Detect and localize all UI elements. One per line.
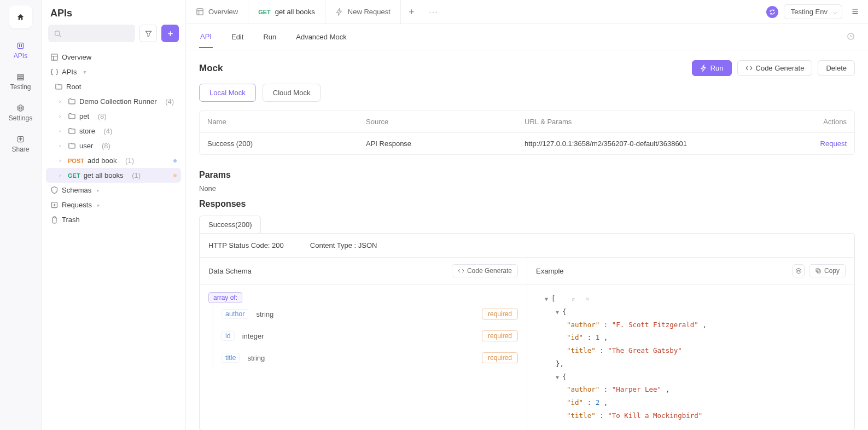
sidebar: APIs Overview APIs ▼ R bbox=[42, 0, 186, 430]
env-selector[interactable]: Testing Env bbox=[784, 4, 842, 19]
mock-request-link[interactable]: Request bbox=[820, 140, 847, 148]
th-name: Name bbox=[207, 118, 366, 126]
th-url: URL & Params bbox=[525, 118, 803, 126]
svg-rect-9 bbox=[51, 54, 57, 60]
overview-icon bbox=[196, 8, 204, 16]
menu-button[interactable] bbox=[848, 5, 863, 19]
plus-icon bbox=[407, 8, 416, 16]
collapse-icon[interactable]: ▼ bbox=[556, 307, 562, 317]
chevron-right-icon: ▸ bbox=[97, 188, 100, 193]
sidebar-schemas[interactable]: Schemas ▸ bbox=[46, 183, 181, 197]
sidebar-root-folder[interactable]: Root bbox=[46, 79, 181, 94]
svg-rect-0 bbox=[18, 43, 24, 49]
sidebar-trash[interactable]: Trash bbox=[46, 212, 181, 227]
chevron-down-icon: ▼ bbox=[82, 69, 87, 75]
sidebar-overview[interactable]: Overview bbox=[46, 50, 181, 65]
apis-icon bbox=[16, 42, 25, 50]
folder-icon bbox=[68, 142, 76, 150]
example-title: Example bbox=[536, 267, 564, 275]
chevron-right-icon: › bbox=[59, 128, 65, 134]
chevron-right-icon: › bbox=[59, 172, 65, 178]
sidebar-folder-pet[interactable]: › pet (8) bbox=[46, 109, 181, 124]
share-icon bbox=[16, 135, 25, 143]
chevron-right-icon: › bbox=[59, 113, 65, 119]
hamburger-icon bbox=[851, 7, 859, 15]
settings-icon bbox=[16, 104, 25, 112]
sidebar-endpoint-getbooks[interactable]: › GET get all books (1) bbox=[46, 168, 181, 183]
svg-rect-4 bbox=[18, 77, 24, 78]
add-button[interactable] bbox=[161, 25, 179, 42]
filter-button[interactable] bbox=[139, 25, 157, 42]
codegen-button[interactable]: Code Generate bbox=[737, 60, 813, 76]
sidebar-endpoint-addbook[interactable]: › POST add book (1) bbox=[46, 153, 181, 168]
rail-item-apis[interactable]: APIs bbox=[14, 42, 27, 60]
th-source: Source bbox=[366, 118, 525, 126]
env-refresh-button[interactable] bbox=[766, 6, 778, 18]
copy-button[interactable]: Copy bbox=[809, 264, 846, 277]
sidebar-requests[interactable]: Requests ▸ bbox=[46, 197, 181, 212]
mock-local-tab[interactable]: Local Mock bbox=[199, 84, 256, 102]
tab-get-all-books[interactable]: GET get all books bbox=[248, 0, 325, 24]
tab-overview[interactable]: Overview bbox=[186, 0, 248, 24]
example-mode-button[interactable] bbox=[793, 264, 805, 277]
rail-item-testing[interactable]: Testing bbox=[10, 73, 31, 91]
http-status: HTTP Status Code: 200 bbox=[208, 241, 284, 249]
mock-table-row: Success (200) API Response http://127.0.… bbox=[200, 133, 854, 154]
svg-rect-15 bbox=[816, 269, 819, 272]
filter-icon bbox=[144, 30, 153, 38]
tab-add-button[interactable] bbox=[401, 0, 423, 24]
folder-icon bbox=[68, 112, 76, 120]
schema-title: Data Schema bbox=[208, 267, 252, 275]
sidebar-folder-user[interactable]: › user (8) bbox=[46, 138, 181, 153]
trash-icon bbox=[50, 216, 59, 224]
array-of-badge: array of: bbox=[208, 292, 242, 303]
expand-control-icon[interactable]: ⇵ ⤫ bbox=[572, 296, 590, 302]
rail-item-settings[interactable]: Settings bbox=[9, 104, 32, 122]
tab-new-request[interactable]: New Request bbox=[325, 0, 401, 24]
requests-icon bbox=[50, 201, 59, 209]
clock-icon bbox=[847, 32, 855, 40]
th-actions: Actions bbox=[803, 118, 847, 126]
subtab-edit[interactable]: Edit bbox=[230, 26, 244, 48]
mock-table: Name Source URL & Params Actions Success… bbox=[199, 111, 855, 155]
mock-title: Mock bbox=[199, 63, 223, 74]
subtab-advanced-mock[interactable]: Advanced Mock bbox=[295, 26, 348, 48]
bolt-icon bbox=[335, 8, 343, 16]
run-button[interactable]: Run bbox=[692, 60, 732, 76]
svg-rect-5 bbox=[18, 79, 24, 80]
collapse-icon[interactable]: ▼ bbox=[556, 372, 562, 382]
folder-icon bbox=[68, 97, 76, 106]
status-dot-icon bbox=[173, 174, 177, 177]
history-button[interactable] bbox=[847, 32, 855, 42]
bolt-icon bbox=[700, 65, 707, 72]
example-json: ▼[⇵ ⤫ ▼{ "author" : "F. Scott Fitzgerald… bbox=[527, 284, 854, 430]
sidebar-title: APIs bbox=[42, 0, 185, 25]
delete-button[interactable]: Delete bbox=[818, 60, 855, 76]
svg-point-6 bbox=[20, 107, 22, 109]
mock-cloud-tab[interactable]: Cloud Mock bbox=[263, 84, 321, 102]
sidebar-folder-demo[interactable]: › Demo Collection Runner (4) bbox=[46, 94, 181, 109]
tab-more-button[interactable]: ··· bbox=[423, 0, 445, 24]
schema-icon bbox=[50, 186, 59, 194]
folder-icon bbox=[68, 127, 76, 135]
search-input[interactable] bbox=[48, 25, 135, 42]
api-brackets-icon bbox=[50, 68, 59, 76]
collapse-icon[interactable]: ▼ bbox=[545, 294, 551, 304]
schema-field-author: author string required bbox=[208, 303, 518, 325]
schema-codegen-button[interactable]: Code Generate bbox=[452, 264, 518, 277]
sidebar-apis-root[interactable]: APIs ▼ bbox=[46, 65, 181, 79]
copy-icon bbox=[815, 268, 822, 274]
left-rail: APIs Testing Settings Share bbox=[0, 0, 42, 430]
main-area: Overview GET get all books New Request ·… bbox=[186, 0, 868, 430]
params-title: Params bbox=[199, 170, 855, 180]
rail-item-share[interactable]: Share bbox=[11, 135, 29, 153]
home-button[interactable] bbox=[9, 5, 32, 28]
response-tab-success[interactable]: Success(200) bbox=[199, 216, 261, 233]
chevron-right-icon: › bbox=[59, 98, 65, 104]
subtab-run[interactable]: Run bbox=[262, 26, 277, 48]
svg-rect-11 bbox=[197, 9, 203, 15]
status-dot-icon bbox=[173, 159, 177, 162]
home-icon bbox=[16, 13, 25, 21]
subtab-api[interactable]: API bbox=[199, 26, 213, 48]
sidebar-folder-store[interactable]: › store (4) bbox=[46, 124, 181, 138]
